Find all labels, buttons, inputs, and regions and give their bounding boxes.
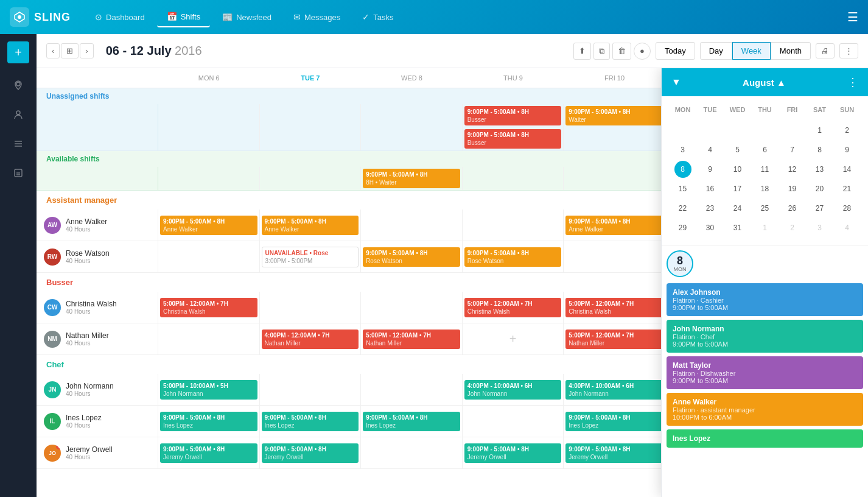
shift-block[interactable]: 4:00PM - 10:00AM • 6H John Normann xyxy=(464,380,562,400)
shift-cell[interactable] xyxy=(564,127,665,150)
shift-cell[interactable]: 9:00PM - 5:00AM • 8H Anne Walker xyxy=(260,210,362,241)
shift-cell[interactable] xyxy=(158,127,260,150)
shift-cell[interactable]: 5:00PM - 12:00AM • 7H Christina Walsh xyxy=(463,292,564,323)
shift-cell[interactable] xyxy=(158,323,260,354)
shift-block[interactable]: 9:00PM - 5:00AM • 8H Ines Lopez xyxy=(160,412,257,431)
sidebar-location-icon[interactable] xyxy=(6,73,30,97)
shift-block[interactable]: 5:00PM - 12:00AM • 7H Christina Walsh xyxy=(160,298,257,317)
shift-cell[interactable]: 4:00PM - 10:00AM • 6H John Normann xyxy=(463,374,564,405)
shift-block[interactable]: 9:00PM - 5:00AM • 8H Waiter xyxy=(565,106,663,125)
shift-cell[interactable]: 9:00PM - 5:00AM • 8H Jeremy Orwell xyxy=(564,437,665,468)
event-anne-walker[interactable]: Anne Walker Flatiron · assistant manager… xyxy=(667,393,863,426)
shift-cell[interactable] xyxy=(260,292,362,323)
shift-cell[interactable]: 9:00PM - 5:00AM • 8H Ines Lopez xyxy=(564,406,665,437)
shift-block[interactable]: 9:00PM - 5:00AM • 8H Ines Lopez xyxy=(363,412,460,431)
shift-block[interactable]: 9:00PM - 5:00AM • 8H Anne Walker xyxy=(160,216,257,235)
shift-cell[interactable]: 5:00PM - 12:00AM • 7H Christina Walsh xyxy=(158,292,260,323)
shift-block[interactable]: 9:00PM - 5:00AM • 8H Ines Lopez xyxy=(565,412,663,431)
unavailable-block[interactable]: UNAVAILABLE • Rose 3:00PM - 5:00PM xyxy=(262,247,359,267)
shift-cell[interactable] xyxy=(260,104,362,127)
shift-block[interactable]: 9:00PM - 5:00AM • 8H Ines Lopez xyxy=(262,412,359,431)
add-button[interactable]: + xyxy=(7,41,29,63)
shift-cell[interactable]: 9:00PM - 5:00AM • 8H Rose Watson xyxy=(463,241,564,272)
shift-cell[interactable]: 5:00PM - 10:00AM • 5H John Normann xyxy=(158,374,260,405)
nav-tasks[interactable]: ✓ Tasks xyxy=(352,7,403,27)
shift-cell[interactable] xyxy=(564,167,665,190)
shift-block[interactable]: 9:00PM - 5:00AM • 8H Jeremy Orwell xyxy=(160,443,257,463)
shift-cell[interactable]: 9:00PM - 5:00AM • 8H Busser xyxy=(463,104,564,127)
shift-cell[interactable]: 5:00PM - 12:00AM • 7H Christina Walsh xyxy=(564,292,665,323)
event-alex-johnson[interactable]: Alex Johnson Flatiron · Cashier 9:00PM t… xyxy=(667,283,863,316)
shift-block[interactable]: 9:00PM - 5:00AM • 8H Rose Watson xyxy=(464,247,562,267)
event-john-normann[interactable]: John Normann Flatiron · Chef 9:00PM to 5… xyxy=(667,320,863,353)
shift-cell[interactable]: 9:00PM - 5:00AM • 8H 8H • Waiter xyxy=(361,167,463,190)
day-view-button[interactable]: Day xyxy=(700,42,732,60)
event-matt-taylor[interactable]: Matt Taylor Flatiron · Dishwasher 9:00PM… xyxy=(667,356,863,389)
shift-cell[interactable]: 9:00PM - 5:00AM • 8H Ines Lopez xyxy=(361,406,463,437)
shift-cell[interactable] xyxy=(361,374,463,405)
nav-messages[interactable]: ✉ Messages xyxy=(284,7,350,27)
shift-block[interactable]: 4:00PM - 10:00AM • 6H John Normann xyxy=(565,380,663,400)
shift-cell[interactable]: 9:00PM - 5:00AM • 8H Waiter xyxy=(564,104,665,127)
shift-cell[interactable] xyxy=(361,210,463,241)
sidebar-reports-icon[interactable] xyxy=(6,161,30,185)
shift-block[interactable]: 9:00PM - 5:00AM • 8H Busser xyxy=(464,106,562,125)
shift-cell[interactable]: 9:00PM - 5:00AM • 8H Ines Lopez xyxy=(260,406,362,437)
grid-view-button[interactable]: ⊞ xyxy=(61,43,79,58)
shift-cell[interactable] xyxy=(463,210,564,241)
shift-block[interactable]: 9:00PM - 5:00AM • 8H Busser xyxy=(464,129,562,149)
hamburger-menu[interactable]: ☰ xyxy=(847,10,858,24)
shift-cell[interactable] xyxy=(361,437,463,468)
event-ines-lopez[interactable]: Ines Lopez xyxy=(667,429,863,448)
shift-cell[interactable]: 5:00PM - 12:00AM • 7H Nathan Miller xyxy=(361,323,463,354)
shift-block[interactable]: 5:00PM - 12:00AM • 7H Nathan Miller xyxy=(565,330,663,349)
shift-cell[interactable]: UNAVAILABLE • Rose 3:00PM - 5:00PM xyxy=(260,241,362,272)
shift-cell[interactable]: 4:00PM - 10:00AM • 6H John Normann xyxy=(564,374,665,405)
add-shift-cell[interactable]: + xyxy=(463,323,564,354)
next-button[interactable]: › xyxy=(80,43,93,58)
shift-cell[interactable] xyxy=(260,127,362,150)
month-view-button[interactable]: Month xyxy=(771,42,811,60)
upload-button[interactable]: ⬆ xyxy=(573,43,591,60)
nav-dashboard[interactable]: ⊙ Dashboard xyxy=(85,7,155,27)
shift-cell[interactable] xyxy=(260,167,362,190)
shift-cell[interactable] xyxy=(361,127,463,150)
today-date[interactable]: 8 xyxy=(674,161,691,178)
circle-button[interactable]: ● xyxy=(634,43,651,60)
shift-cell[interactable]: 9:00PM - 5:00AM • 8H Jeremy Orwell xyxy=(158,437,260,468)
shift-block[interactable]: 9:00PM - 5:00AM • 8H Jeremy Orwell xyxy=(464,443,562,463)
shift-block[interactable]: 9:00PM - 5:00AM • 8H Jeremy Orwell xyxy=(262,443,359,463)
mini-cal-more-icon[interactable]: ⋮ xyxy=(847,76,858,89)
shift-cell[interactable]: 9:00PM - 5:00AM • 8H Anne Walker xyxy=(564,210,665,241)
shift-cell[interactable]: 9:00PM - 5:00AM • 8H Rose Watson xyxy=(361,241,463,272)
shift-block[interactable]: 5:00PM - 10:00AM • 5H John Normann xyxy=(160,380,257,400)
shift-cell[interactable] xyxy=(463,167,564,190)
sidebar-list-icon[interactable] xyxy=(6,132,30,156)
shift-block[interactable]: 4:00PM - 12:00AM • 7H Nathan Miller xyxy=(262,330,359,349)
shift-cell[interactable] xyxy=(361,292,463,323)
shift-cell[interactable]: 4:00PM - 12:00AM • 7H Nathan Miller xyxy=(260,323,362,354)
delete-button[interactable]: 🗑 xyxy=(612,43,631,60)
shift-block[interactable]: 9:00PM - 5:00AM • 8H Rose Watson xyxy=(363,247,460,267)
shift-cell[interactable]: 9:00PM - 5:00AM • 8H Anne Walker xyxy=(158,210,260,241)
week-view-button[interactable]: Week xyxy=(732,42,771,60)
shift-cell[interactable] xyxy=(158,104,260,127)
sidebar-people-icon[interactable] xyxy=(6,102,30,127)
shift-block[interactable]: 9:00PM - 5:00AM • 8H Anne Walker xyxy=(262,216,359,235)
prev-button[interactable]: ‹ xyxy=(46,43,60,58)
nav-newsfeed[interactable]: 📰 Newsfeed xyxy=(212,7,281,27)
shift-cell[interactable]: 5:00PM - 12:00AM • 7H Nathan Miller xyxy=(564,323,665,354)
more-button[interactable]: ⋮ xyxy=(839,43,858,58)
shift-cell[interactable]: 9:00PM - 5:00AM • 8H Ines Lopez xyxy=(158,406,260,437)
shift-block[interactable]: 9:00PM - 5:00AM • 8H 8H • Waiter xyxy=(363,169,460,188)
shift-block[interactable]: 9:00PM - 5:00AM • 8H Jeremy Orwell xyxy=(565,443,663,463)
shift-block[interactable]: 5:00PM - 12:00AM • 7H Christina Walsh xyxy=(565,298,663,317)
filter-icon[interactable]: ▼ xyxy=(671,77,681,88)
print-button[interactable]: 🖨 xyxy=(816,43,835,58)
shift-cell[interactable] xyxy=(361,104,463,127)
shift-cell[interactable] xyxy=(260,374,362,405)
shift-cell[interactable] xyxy=(564,241,665,272)
shift-cell[interactable]: 9:00PM - 5:00AM • 8H Jeremy Orwell xyxy=(463,437,564,468)
shift-block[interactable]: 9:00PM - 5:00AM • 8H Anne Walker xyxy=(565,216,663,235)
today-button[interactable]: Today xyxy=(656,42,695,60)
